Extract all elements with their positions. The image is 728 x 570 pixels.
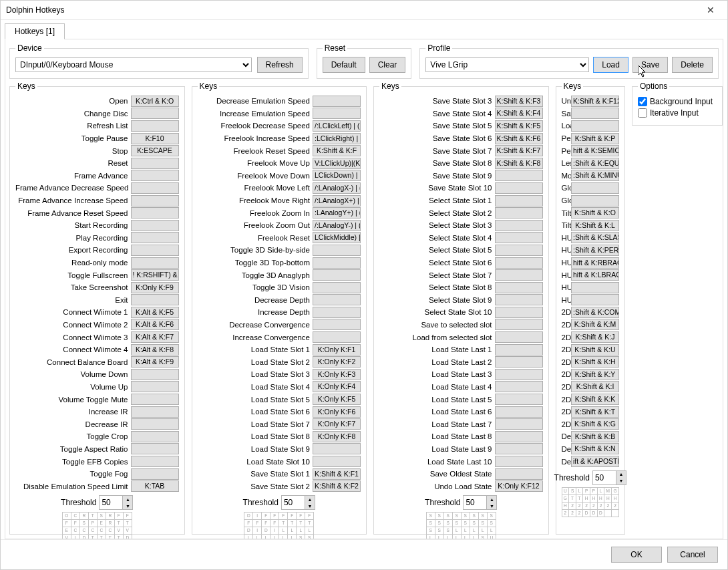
hotkey-binding-button[interactable]: K:Only K:F9 <box>131 282 179 293</box>
hotkey-binding-button[interactable] <box>495 356 543 368</box>
iterative-input-checkbox[interactable] <box>638 108 647 118</box>
hotkey-binding-button[interactable] <box>131 257 179 269</box>
hotkey-binding-button[interactable] <box>313 456 361 467</box>
hotkey-binding-button[interactable]: K:Only K:F4 <box>313 381 361 392</box>
hotkey-binding-button[interactable] <box>131 195 179 206</box>
hotkey-binding-button[interactable] <box>131 294 179 305</box>
hotkey-binding-button[interactable] <box>313 294 361 305</box>
hotkey-binding-button[interactable] <box>495 207 543 219</box>
default-button[interactable]: Default <box>323 57 365 73</box>
hotkey-binding-button[interactable]: K:TAB <box>131 480 179 492</box>
hotkey-binding-button[interactable] <box>495 282 543 293</box>
hotkey-binding-button[interactable] <box>313 307 361 318</box>
hotkey-binding-button[interactable]: K:Shift & K:M <box>571 319 619 330</box>
hotkey-binding-button[interactable]: LClickDown) | (K: <box>313 170 361 181</box>
profile-save-button[interactable]: Save <box>632 57 668 73</box>
hotkey-binding-button[interactable] <box>131 468 179 480</box>
hotkey-binding-button[interactable] <box>495 245 543 256</box>
hotkey-binding-button[interactable] <box>131 443 179 454</box>
hotkey-binding-button[interactable] <box>495 443 543 454</box>
hotkey-binding-button[interactable] <box>313 245 361 256</box>
hotkey-binding-button[interactable] <box>495 269 543 281</box>
hotkey-binding-button[interactable]: /:LClickLeft) | (K: <box>313 120 361 132</box>
hotkey-binding-button[interactable] <box>131 431 179 442</box>
hotkey-binding-button[interactable]: :LAnalogY+) | (K:S <box>313 207 361 219</box>
hotkey-binding-button[interactable]: K:Only K:F2 <box>313 356 361 368</box>
hotkey-binding-button[interactable] <box>571 282 619 293</box>
device-select[interactable]: DInput/0/Keyboard Mouse <box>15 57 252 72</box>
threshold-input[interactable] <box>282 496 305 509</box>
hotkey-binding-button[interactable] <box>571 294 619 305</box>
threshold-up[interactable]: ▲ <box>616 471 626 478</box>
hotkey-binding-button[interactable] <box>495 257 543 269</box>
hotkey-binding-button[interactable] <box>313 269 361 281</box>
hotkey-binding-button[interactable]: K:Shift & K:K <box>571 394 619 405</box>
cancel-button[interactable]: Cancel <box>667 547 718 563</box>
hotkey-binding-button[interactable] <box>131 381 179 392</box>
hotkey-binding-button[interactable]: K:Shift & K:H <box>571 356 619 368</box>
hotkey-binding-button[interactable] <box>571 195 619 206</box>
threshold-input[interactable] <box>593 472 616 484</box>
hotkey-binding-button[interactable] <box>495 468 543 480</box>
hotkey-binding-button[interactable]: K:Shift & K:F <box>313 145 361 156</box>
device-refresh-button[interactable]: Refresh <box>257 57 303 73</box>
hotkey-binding-button[interactable] <box>313 96 361 107</box>
clear-button[interactable]: Clear <box>369 57 406 73</box>
hotkey-binding-button[interactable]: K:ESCAPE <box>131 145 179 156</box>
hotkey-binding-button[interactable] <box>495 294 543 305</box>
threshold-down[interactable]: ▼ <box>616 478 626 484</box>
hotkey-binding-button[interactable] <box>571 120 619 132</box>
threshold-up[interactable]: ▲ <box>123 496 132 503</box>
hotkey-binding-button[interactable]: K:Shift & K:O <box>571 207 619 219</box>
hotkey-binding-button[interactable]: :LClickRight) | (K: <box>313 133 361 144</box>
hotkey-binding-button[interactable]: K:Ctrl & K:O <box>131 96 179 107</box>
hotkey-binding-button[interactable] <box>495 232 543 243</box>
hotkey-binding-button[interactable]: K:Shift & K:F8 <box>495 158 543 169</box>
hotkey-binding-button[interactable]: /:LAnalogX+) | (K:S <box>313 195 361 206</box>
threshold-up[interactable]: ▲ <box>305 496 315 503</box>
hotkey-binding-button[interactable]: K:Only K:F3 <box>313 369 361 380</box>
hotkey-binding-button[interactable]: /:LAnalogX-) | (K:S <box>313 182 361 194</box>
hotkey-binding-button[interactable] <box>131 418 179 430</box>
hotkey-binding-button[interactable]: :Shift & K:EQUAL <box>571 158 619 169</box>
hotkey-binding-button[interactable] <box>131 120 179 132</box>
hotkey-binding-button[interactable] <box>495 394 543 405</box>
profile-select[interactable]: Vive LGrip <box>425 57 589 72</box>
hotkey-binding-button[interactable] <box>571 108 619 119</box>
background-input-checkbox[interactable] <box>638 97 647 106</box>
hotkey-binding-button[interactable]: K:Shift & K:F2 <box>313 480 361 492</box>
hotkey-binding-button[interactable] <box>131 245 179 256</box>
hotkey-binding-button[interactable]: K:Only K:F8 <box>313 431 361 442</box>
hotkey-binding-button[interactable] <box>313 443 361 454</box>
hotkey-binding-button[interactable]: K:Shift & K:L <box>571 220 619 231</box>
hotkey-binding-button[interactable]: K:Only K:F1 <box>313 344 361 355</box>
hotkey-binding-button[interactable] <box>495 344 543 355</box>
hotkey-binding-button[interactable]: K:Shift & K:F1 <box>313 468 361 480</box>
hotkey-binding-button[interactable] <box>495 456 543 467</box>
hotkey-binding-button[interactable]: K:Shift & K:U <box>571 344 619 355</box>
threshold-up[interactable]: ▲ <box>487 496 496 503</box>
hotkey-binding-button[interactable]: K:Shift & K:Y <box>571 369 619 380</box>
hotkey-binding-button[interactable] <box>495 369 543 380</box>
hotkey-binding-button[interactable] <box>313 257 361 269</box>
hotkey-binding-button[interactable]: hift & K:SEMICOL <box>571 145 619 156</box>
hotkey-binding-button[interactable]: K:Shift & K:T <box>571 406 619 418</box>
hotkey-binding-button[interactable] <box>495 418 543 430</box>
hotkey-binding-button[interactable] <box>131 158 179 169</box>
hotkey-binding-button[interactable]: hift & K:LBRACK <box>571 269 619 281</box>
hotkey-binding-button[interactable]: K:Alt & K:F7 <box>131 331 179 343</box>
hotkey-binding-button[interactable]: K:Shift & K:F6 <box>495 133 543 144</box>
hotkey-binding-button[interactable]: K:Shift & K:P <box>571 133 619 144</box>
hotkey-binding-button[interactable] <box>495 307 543 318</box>
hotkey-binding-button[interactable] <box>495 381 543 392</box>
hotkey-binding-button[interactable] <box>131 207 179 219</box>
threshold-down[interactable]: ▼ <box>487 503 496 509</box>
hotkey-binding-button[interactable]: K:F10 <box>131 133 179 144</box>
hotkey-binding-button[interactable]: LClickMiddle) | (K <box>313 232 361 243</box>
hotkey-binding-button[interactable] <box>313 331 361 343</box>
hotkey-binding-button[interactable]: K:Shift & K:G <box>571 418 619 430</box>
hotkey-binding-button[interactable] <box>131 406 179 418</box>
threshold-input[interactable] <box>100 496 122 509</box>
hotkey-binding-button[interactable]: :Shift & K:PERIO <box>571 245 619 256</box>
hotkey-binding-button[interactable]: :Shift & K:COMM <box>571 307 619 318</box>
